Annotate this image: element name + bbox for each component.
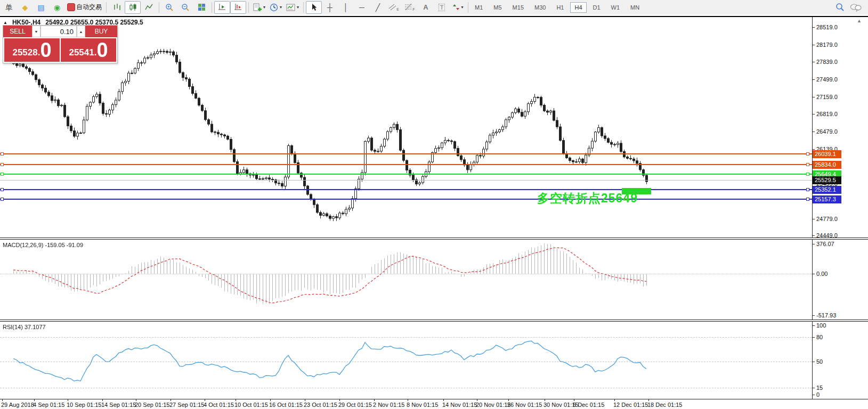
line-handle-right-26039.1[interactable] xyxy=(806,152,809,156)
time-axis-label: 16 Oct 01:15 xyxy=(269,402,303,408)
sell-price-box[interactable]: 25528 . 0 xyxy=(4,38,60,62)
line-handle-left-25157.3[interactable] xyxy=(1,198,4,201)
zoom-out-button[interactable] xyxy=(177,1,193,14)
line-handle-left-25649.4[interactable] xyxy=(1,173,4,176)
cursor-tool-button[interactable] xyxy=(306,1,322,14)
channel-tool-button[interactable]: E xyxy=(386,1,402,14)
horizontal-line-25649.4[interactable] xyxy=(0,174,812,175)
autotrading-button[interactable]: 自动交易 xyxy=(65,1,104,14)
time-axis-label: 18 Dec 01:15 xyxy=(647,402,682,408)
line-handle-left-25834[interactable] xyxy=(1,163,4,166)
macd-pane[interactable]: MACD(12,26,9) -159.05 -91.09 xyxy=(0,240,812,320)
scroll-marker-icon[interactable]: ▲ xyxy=(857,18,862,23)
rsi-pane[interactable]: RSI(14) 37.1077 xyxy=(0,322,812,399)
time-tick-mark xyxy=(171,399,171,401)
new-order-button[interactable]: ◆ xyxy=(17,1,33,14)
search-icon[interactable] xyxy=(835,3,845,12)
market-watch-button[interactable]: ▤ xyxy=(33,1,49,14)
volume-increase-button[interactable]: ▲ xyxy=(77,26,85,37)
timeframe-button-M5[interactable]: M5 xyxy=(489,2,506,13)
horizontal-line-25529.5[interactable] xyxy=(0,180,812,181)
collapse-triangle-icon[interactable]: ▲ xyxy=(3,20,7,25)
indicators-button[interactable]: ▾ xyxy=(251,1,267,14)
tile-windows-button[interactable] xyxy=(193,1,209,14)
line-handle-left-26039.1[interactable] xyxy=(1,152,4,156)
price-tag-25352.1: 25352.1 xyxy=(813,186,841,194)
chat-icon[interactable] xyxy=(850,3,862,12)
fibonacci-icon xyxy=(404,3,413,11)
order-glyph: 单 xyxy=(5,4,13,11)
indicator-tick-mark xyxy=(812,362,815,362)
time-axis-label: 14 Nov 01:15 xyxy=(442,402,477,408)
timeframe-button-M1[interactable]: M1 xyxy=(470,2,487,13)
horizontal-line-tool-button[interactable]: ─ xyxy=(354,1,370,14)
candlestick-icon xyxy=(129,3,137,11)
sound-alert-button[interactable]: ◉ xyxy=(49,1,65,14)
horizontal-line-25157.3[interactable] xyxy=(0,199,812,200)
macd-label: MACD(12,26,9) -159.05 -91.09 xyxy=(3,242,83,248)
buy-price-box[interactable]: 25541 . 0 xyxy=(61,38,116,62)
indicator-axis-label: 376.07 xyxy=(816,241,834,247)
line-handle-right-25649.4[interactable] xyxy=(806,173,809,176)
periods-button[interactable]: ▾ xyxy=(267,1,284,14)
trade-top-row: SELL ▼ ▲ BUY xyxy=(3,26,117,37)
macd-canvas[interactable] xyxy=(0,240,812,320)
indicator-axis-label: 80 xyxy=(816,334,823,340)
text-tool-button[interactable]: A xyxy=(418,1,434,14)
buy-price-big-digit: 0 xyxy=(96,40,108,60)
time-tick-mark xyxy=(102,399,103,401)
line-handle-right-25834[interactable] xyxy=(806,163,809,166)
time-tick-mark xyxy=(2,399,3,401)
one-click-trading-panel: SELL ▼ ▲ BUY 25528 . 0 25541 . 0 xyxy=(3,25,118,63)
rsi-canvas[interactable] xyxy=(0,322,812,399)
line-handle-left-25352.1[interactable] xyxy=(1,188,4,191)
templates-button[interactable]: ▾ xyxy=(284,1,301,14)
time-tick-mark xyxy=(374,399,375,401)
horizontal-line-25352.1[interactable] xyxy=(0,189,812,190)
vertical-line-tool-button[interactable]: │ xyxy=(338,1,354,14)
tile-windows-icon xyxy=(198,3,206,11)
time-tick-mark xyxy=(236,399,236,401)
chart-shift-button[interactable] xyxy=(230,1,246,14)
price-tag-25834.0: 25834.0 xyxy=(813,161,841,169)
main-chart-pane[interactable]: 多空转折点25649 ▲ HK50-,H4 25492.0 25655.0 25… xyxy=(0,17,812,238)
auto-scroll-button[interactable] xyxy=(214,1,230,14)
volume-input[interactable] xyxy=(40,26,77,37)
price-tick-label: 27159.0 xyxy=(816,94,838,100)
zoom-in-button[interactable] xyxy=(161,1,177,14)
timeframe-button-MN[interactable]: MN xyxy=(626,2,644,13)
order-button[interactable]: 单 xyxy=(1,1,17,14)
time-tick-mark xyxy=(574,399,574,401)
trendline-tool-button[interactable]: ╱ xyxy=(370,1,386,14)
time-axis[interactable]: 29 Aug 20184 Sep 01:1510 Sep 01:1514 Sep… xyxy=(0,399,868,409)
label-tool-button[interactable]: T xyxy=(434,1,450,14)
timeframe-button-M15[interactable]: M15 xyxy=(508,2,528,13)
indicator-tick-mark xyxy=(812,388,815,388)
candle-chart-mode-button[interactable] xyxy=(125,1,141,14)
time-axis-label: 20 Sep 01:15 xyxy=(135,402,169,408)
time-axis-label: 26 Nov 01:15 xyxy=(507,402,542,408)
candles-canvas[interactable] xyxy=(0,17,812,238)
arrows-tool-button[interactable]: ▾ xyxy=(450,1,466,14)
horizontal-line-25834[interactable] xyxy=(0,164,812,165)
timeframe-button-H1[interactable]: H1 xyxy=(552,2,568,13)
timeframe-button-M30[interactable]: M30 xyxy=(530,2,550,13)
chevron-down-icon: ▾ xyxy=(280,5,282,10)
line-chart-mode-button[interactable] xyxy=(141,1,157,14)
timeframe-button-D1[interactable]: D1 xyxy=(589,2,605,13)
horizontal-line-26039.1[interactable] xyxy=(0,153,812,154)
crosshair-icon: ┼ xyxy=(327,4,332,11)
timeframe-button-H4[interactable]: H4 xyxy=(570,2,586,13)
line-handle-right-25157.3[interactable] xyxy=(806,198,809,201)
time-axis-label: 4 Oct 01:15 xyxy=(204,402,234,408)
sell-button[interactable]: SELL xyxy=(3,26,32,37)
text-label-icon: T xyxy=(439,4,445,11)
timeframe-button-W1[interactable]: W1 xyxy=(607,2,624,13)
line-handle-right-25352.1[interactable] xyxy=(806,188,809,191)
buy-button[interactable]: BUY xyxy=(85,26,117,37)
trade-price-row: 25528 . 0 25541 . 0 xyxy=(3,37,117,63)
crosshair-tool-button[interactable]: ┼ xyxy=(322,1,338,14)
volume-decrease-button[interactable]: ▼ xyxy=(32,26,40,37)
bar-chart-mode-button[interactable] xyxy=(109,1,125,14)
fibonacci-tool-button[interactable]: F xyxy=(402,1,418,14)
